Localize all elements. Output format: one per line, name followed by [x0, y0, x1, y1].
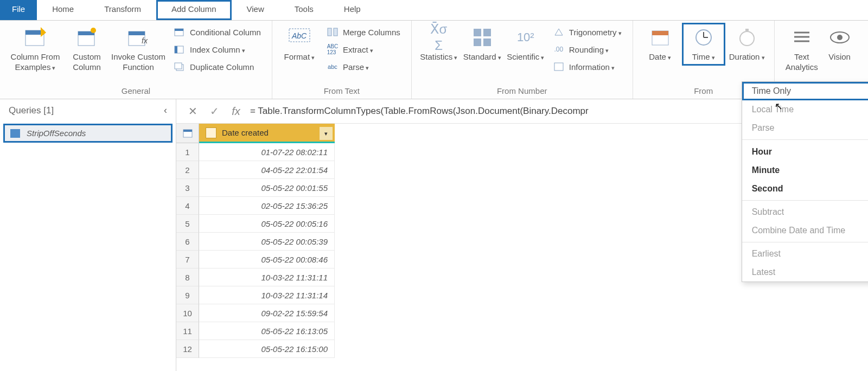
- row-header[interactable]: 5: [176, 215, 199, 233]
- clock-icon: [692, 26, 715, 49]
- query-item[interactable]: StripOffSeconds: [3, 124, 173, 143]
- svg-point-30: [740, 31, 754, 46]
- information-button[interactable]: Information: [553, 61, 622, 73]
- row-header[interactable]: 10: [176, 304, 199, 322]
- index-column-button[interactable]: Index Column: [174, 43, 261, 55]
- extract-icon: ABC123: [327, 43, 339, 55]
- stopwatch-icon: [736, 26, 758, 49]
- menu-transform[interactable]: Transform: [89, 0, 156, 20]
- row-header[interactable]: 6: [176, 233, 199, 251]
- menu-hour[interactable]: Hour▸: [742, 142, 868, 161]
- index-icon: [174, 43, 186, 55]
- standard-button[interactable]: Standard: [461, 23, 504, 66]
- cell-date-created[interactable]: 05-05-22 00:01:55: [199, 179, 335, 197]
- menu-help[interactable]: Help: [329, 0, 376, 20]
- table-row[interactable]: 910-03-22 11:31:14: [176, 286, 868, 304]
- svg-rect-31: [745, 29, 749, 31]
- menu-local-time[interactable]: Local Time: [742, 100, 868, 119]
- row-header[interactable]: 7: [176, 251, 199, 268]
- menu-parse[interactable]: Parse: [742, 119, 868, 137]
- collapse-pane-button[interactable]: ‹: [164, 105, 167, 116]
- grid-corner[interactable]: [176, 124, 199, 143]
- column-header-date-created[interactable]: Date created ▾: [199, 124, 335, 143]
- group-label-from-text: From Text: [278, 84, 406, 99]
- conditional-column-button[interactable]: Conditional Column: [174, 26, 261, 38]
- row-header[interactable]: 3: [176, 179, 199, 197]
- commit-formula-button[interactable]: ✓: [207, 104, 222, 119]
- cell-date-created[interactable]: 04-05-22 22:01:54: [199, 161, 335, 179]
- from-number-small-buttons: Trigonometry .00 Rounding Information: [547, 23, 627, 76]
- fx-icon: fx: [127, 26, 150, 49]
- invoke-custom-function-button[interactable]: fx Invoke Custom Function: [108, 23, 168, 76]
- parse-button[interactable]: abc Parse: [327, 61, 400, 73]
- sigma-icon: X̄σΣ: [427, 26, 450, 49]
- main-menu-bar: File Home Transform Add Column View Tool…: [0, 0, 868, 21]
- svg-rect-12: [175, 46, 177, 53]
- group-label-general: General: [5, 84, 266, 99]
- scientific-button[interactable]: 10² Scientific: [504, 23, 547, 66]
- menu-view[interactable]: View: [232, 0, 279, 20]
- menu-tools[interactable]: Tools: [279, 0, 329, 20]
- from-text-small-buttons: Merge Columns ABC123 Extract abc Parse: [321, 23, 406, 76]
- svg-rect-10: [175, 29, 183, 31]
- row-header[interactable]: 9: [176, 286, 199, 304]
- calculator-icon: [471, 26, 494, 49]
- cell-date-created[interactable]: 05-05-22 16:13:05: [199, 322, 335, 340]
- cell-date-created[interactable]: 05-05-22 00:08:46: [199, 251, 335, 268]
- column-filter-button[interactable]: ▾: [320, 127, 333, 140]
- time-button[interactable]: Time: [682, 23, 725, 66]
- cell-date-created[interactable]: 05-05-22 00:05:16: [199, 215, 335, 233]
- svg-rect-20: [483, 29, 491, 36]
- table-icon: [183, 129, 193, 138]
- table-row[interactable]: 1105-05-22 16:13:05: [176, 322, 868, 340]
- svg-text:fx: fx: [142, 36, 148, 45]
- cancel-formula-button[interactable]: ✕: [185, 104, 200, 119]
- extract-button[interactable]: ABC123 Extract: [327, 43, 400, 55]
- cell-date-created[interactable]: 10-03-22 11:31:14: [199, 286, 335, 304]
- text-analytics-button[interactable]: Text Analytics: [780, 23, 824, 76]
- cell-date-created[interactable]: 10-03-22 11:31:11: [199, 268, 335, 286]
- row-header[interactable]: 4: [176, 197, 199, 215]
- svg-rect-19: [474, 29, 481, 36]
- trigonometry-button[interactable]: Trigonometry: [553, 26, 622, 38]
- svg-point-36: [837, 35, 843, 40]
- statistics-button[interactable]: X̄σΣ Statistics: [417, 23, 461, 66]
- cell-date-created[interactable]: 05-05-22 16:15:00: [199, 340, 335, 358]
- table-row[interactable]: 1205-05-22 16:15:00: [176, 340, 868, 358]
- row-header[interactable]: 12: [176, 340, 199, 358]
- cell-date-created[interactable]: 05-05-22 00:05:39: [199, 233, 335, 251]
- cell-date-created[interactable]: 09-02-22 15:59:54: [199, 304, 335, 322]
- time-dropdown-menu: Time Only ↖ Local Time Parse Hour▸ Minut…: [742, 81, 868, 282]
- duplicate-column-button[interactable]: Duplicate Column: [174, 61, 261, 73]
- format-button[interactable]: AbC Format: [278, 23, 321, 66]
- row-header[interactable]: 8: [176, 268, 199, 286]
- menu-home[interactable]: Home: [37, 0, 89, 20]
- row-header[interactable]: 11: [176, 322, 199, 340]
- cell-date-created[interactable]: 01-07-22 08:02:11: [199, 143, 335, 161]
- menu-add-column[interactable]: Add Column: [156, 0, 232, 20]
- fx-label-icon: fx: [228, 104, 244, 119]
- duration-button[interactable]: Duration: [725, 23, 769, 66]
- ribbon: Column From Examples Custom Column fx In…: [0, 21, 868, 99]
- cell-date-created[interactable]: 02-05-22 15:36:25: [199, 197, 335, 215]
- menu-minute[interactable]: Minute: [742, 161, 868, 180]
- menu-second[interactable]: Second: [742, 180, 868, 198]
- conditional-icon: [174, 26, 186, 38]
- menu-latest[interactable]: Latest: [742, 263, 868, 282]
- column-from-examples-button[interactable]: Column From Examples: [5, 23, 65, 76]
- rounding-button[interactable]: .00 Rounding: [553, 43, 622, 55]
- date-button[interactable]: Date: [639, 23, 682, 66]
- table-row[interactable]: 1009-02-22 15:59:54: [176, 304, 868, 322]
- merge-columns-button[interactable]: Merge Columns: [327, 26, 400, 38]
- svg-rect-7: [129, 31, 145, 35]
- menu-separator: [742, 242, 868, 242]
- menu-earliest[interactable]: Earliest: [742, 245, 868, 263]
- menu-time-only[interactable]: Time Only: [742, 82, 868, 100]
- menu-file[interactable]: File: [0, 0, 37, 20]
- row-header[interactable]: 2: [176, 161, 199, 179]
- custom-column-button[interactable]: Custom Column: [65, 23, 108, 76]
- menu-combine[interactable]: Combine Date and Time: [742, 221, 868, 240]
- menu-subtract[interactable]: Subtract: [742, 203, 868, 221]
- vision-button[interactable]: Vision: [824, 23, 856, 66]
- row-header[interactable]: 1: [176, 143, 199, 161]
